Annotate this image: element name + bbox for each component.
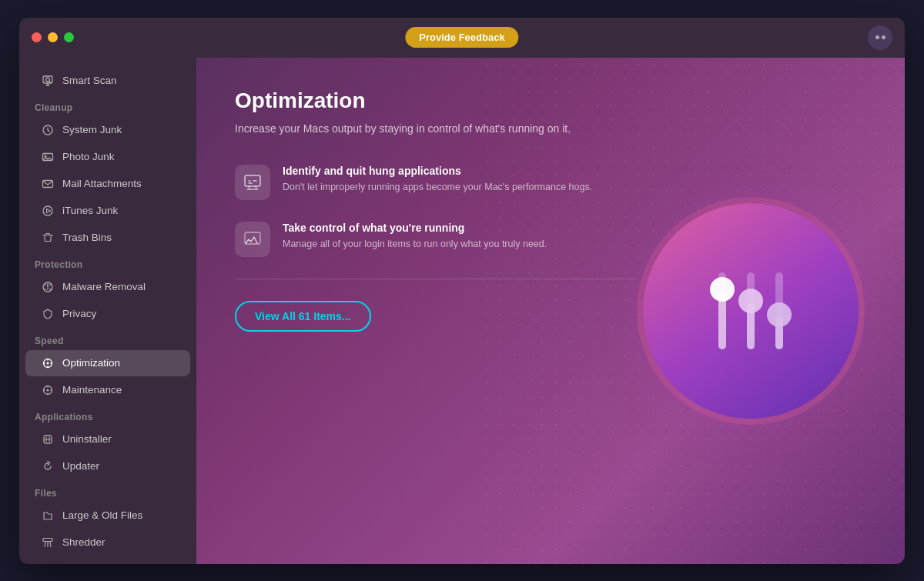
main-content: Optimization Increase your Macs output b… [235,88,635,332]
updater-icon [41,459,55,473]
maintenance-label: Maintenance [62,384,122,396]
hung-apps-desc: Don't let improperly running apps become… [283,180,592,195]
login-items-desc: Manage all of your login items to run on… [283,237,547,252]
page-title: Optimization [235,88,635,113]
feature-item-login-items: Take control of what you're running Mana… [235,222,635,257]
optimization-circle [643,203,859,419]
trash-bins-label: Trash Bins [62,232,112,243]
svg-rect-14 [245,175,260,186]
sidebar-item-uninstaller[interactable]: Uninstaller [25,426,190,452]
minimize-button[interactable] [48,32,58,42]
uninstaller-icon [41,432,55,446]
login-items-text: Take control of what you're running Mana… [283,222,547,252]
system-junk-icon [41,123,55,137]
svg-rect-0 [43,76,52,83]
malware-removal-icon [41,280,55,294]
smart-scan-label: Smart Scan [62,75,117,86]
system-junk-label: System Junk [62,124,122,135]
divider [235,279,635,279]
main-panel: Optimization Increase your Macs output b… [196,58,905,564]
sidebar-item-itunes-junk[interactable]: iTunes Junk [25,198,190,224]
optimization-icon [41,356,55,370]
shredder-label: Shredder [62,536,105,548]
optimization-graphic [643,203,859,419]
svg-rect-15 [245,232,260,244]
sidebar-item-optimization[interactable]: Optimization [25,350,190,376]
itunes-junk-label: iTunes Junk [62,205,118,216]
mail-attachments-label: Mail Attachments [62,178,142,189]
malware-removal-label: Malware Removal [62,281,146,292]
smart-scan-icon [41,74,55,88]
privacy-icon [41,307,55,321]
view-all-button[interactable]: View All 61 Items... [235,301,371,332]
sidebar-item-shredder[interactable]: Shredder [25,529,190,556]
main-content-area: Smart Scan Cleanup System Junk [19,58,905,564]
close-button[interactable] [32,32,42,42]
more-options-button[interactable] [868,25,892,50]
applications-section-label: Applications [19,404,196,426]
updater-label: Updater [62,460,99,472]
hung-apps-icon-box [235,165,270,200]
svg-point-6 [43,206,52,215]
optimization-label: Optimization [62,357,120,369]
menu-dots-icon [875,35,886,39]
app-window: Provide Feedback Smart Scan [19,18,905,564]
sidebar-item-large-old-files[interactable]: Large & Old Files [25,503,190,529]
login-items-title: Take control of what you're running [283,222,547,234]
mail-attachments-icon [41,177,55,191]
photo-junk-label: Photo Junk [62,151,115,162]
svg-point-21 [738,289,763,313]
itunes-junk-icon [41,204,55,218]
protection-section-label: Protection [19,252,196,273]
sidebar-item-smart-scan[interactable]: Smart Scan [25,68,190,94]
speed-section-label: Speed [19,328,196,349]
page-subtitle: Increase your Macs output by staying in … [235,121,635,137]
svg-point-4 [45,155,46,156]
feature-item-hung-apps: Identify and quit hung applications Don'… [235,165,635,200]
sidebar-item-photo-junk[interactable]: Photo Junk [25,144,190,170]
sidebar-item-maintenance[interactable]: Maintenance [25,377,190,403]
trash-bins-icon [41,231,55,245]
sidebar-item-malware-removal[interactable]: Malware Removal [25,274,190,300]
login-items-icon-box [235,222,270,257]
hung-apps-text: Identify and quit hung applications Don'… [283,165,592,195]
svg-point-9 [47,362,49,364]
sidebar: Smart Scan Cleanup System Junk [19,58,196,564]
hung-apps-title: Identify and quit hung applications [283,165,592,177]
svg-point-11 [47,389,49,391]
sidebar-item-trash-bins[interactable]: Trash Bins [25,225,190,251]
uninstaller-label: Uninstaller [62,433,112,445]
shredder-icon [41,536,55,549]
large-old-files-icon [41,509,55,523]
traffic-lights [32,32,74,42]
large-old-files-label: Large & Old Files [62,509,142,521]
sidebar-item-mail-attachments[interactable]: Mail Attachments [25,171,190,197]
svg-point-18 [710,277,735,302]
sidebar-item-system-junk[interactable]: System Junk [25,117,190,143]
sidebar-item-privacy[interactable]: Privacy [25,301,190,327]
sidebar-item-updater[interactable]: Updater [25,453,190,479]
title-bar: Provide Feedback [19,18,905,58]
svg-point-24 [767,302,792,327]
privacy-label: Privacy [62,308,96,319]
svg-rect-13 [43,538,52,541]
feedback-button[interactable]: Provide Feedback [405,27,518,48]
files-section-label: Files [19,480,196,502]
maintenance-icon [41,383,55,397]
cleanup-section-label: Cleanup [19,95,196,116]
photo-junk-icon [41,150,55,164]
sliders-icon [689,249,812,372]
maximize-button[interactable] [64,32,74,42]
